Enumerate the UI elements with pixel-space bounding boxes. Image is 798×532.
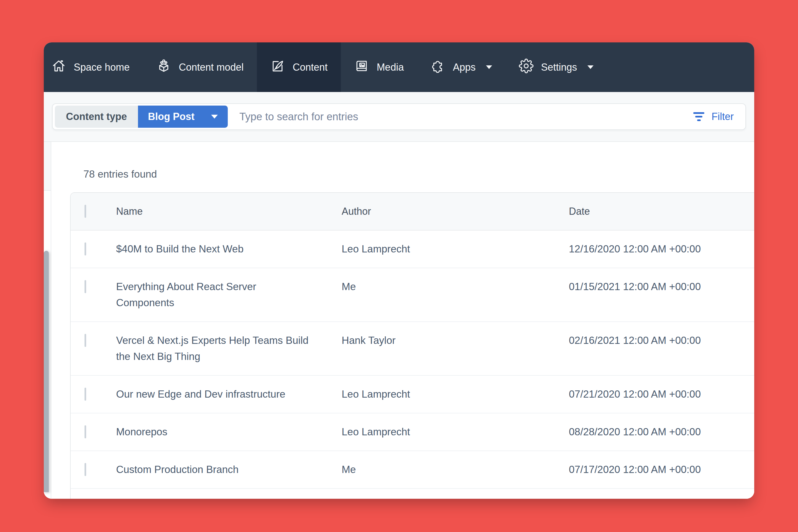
entry-name: Our new Edge and Dev infrastructure bbox=[106, 386, 342, 402]
row-checkbox[interactable] bbox=[84, 280, 86, 293]
nav-item-space-home[interactable]: Space home bbox=[44, 42, 143, 92]
media-folder-icon bbox=[354, 58, 369, 76]
nav-item-label: Content model bbox=[179, 61, 244, 73]
chevron-down-icon bbox=[486, 65, 492, 69]
entry-date: 01/15/2021 12:00 AM +00:00 bbox=[569, 279, 754, 311]
nav-item-content[interactable]: Content bbox=[257, 42, 341, 92]
nav-item-media[interactable]: Media bbox=[341, 42, 417, 92]
content-area: 78 entries found Name Author Date $40M t… bbox=[44, 142, 754, 499]
nav-item-settings[interactable]: Settings bbox=[506, 42, 607, 92]
desktop-background: { "colors": { "background": "#f0524d", "… bbox=[0, 0, 798, 532]
entry-date: 12/16/2020 12:00 AM +00:00 bbox=[569, 241, 754, 257]
column-header-name: Name bbox=[106, 203, 342, 220]
entry-author: Me bbox=[342, 279, 569, 311]
entry-name: Custom Production Branch bbox=[106, 462, 342, 478]
entries-count: 78 entries found bbox=[83, 166, 754, 182]
gear-icon bbox=[519, 58, 534, 76]
chevron-down-icon bbox=[587, 65, 593, 69]
chevron-down-icon bbox=[211, 115, 218, 119]
search-band: Content type Blog Post Filter bbox=[44, 92, 754, 142]
table-row[interactable]: Custom Production Branch Me 07/17/2020 1… bbox=[71, 451, 754, 489]
entry-date: 07/17/2020 12:00 AM +00:00 bbox=[569, 462, 754, 478]
row-checkbox[interactable] bbox=[84, 388, 86, 401]
app-window: Space home Content model bbox=[44, 42, 754, 499]
table-row[interactable]: Our new Edge and Dev infrastructure Leo … bbox=[71, 376, 754, 413]
content-type-value: Blog Post bbox=[148, 111, 194, 122]
nav-item-label: Apps bbox=[453, 61, 475, 73]
column-header-date: Date bbox=[569, 203, 754, 220]
content-type-dropdown[interactable]: Blog Post bbox=[138, 106, 228, 128]
content-type-label: Content type bbox=[55, 106, 138, 128]
entry-author: Me bbox=[342, 462, 569, 478]
content-type-selector: Content type Blog Post bbox=[55, 106, 228, 128]
compose-icon bbox=[270, 58, 285, 76]
entry-author: Leo Lamprecht bbox=[342, 386, 569, 402]
entry-author: Hank Taylor bbox=[342, 332, 569, 365]
puzzle-icon bbox=[430, 58, 445, 76]
nav-item-label: Space home bbox=[74, 61, 130, 73]
column-header-author: Author bbox=[342, 203, 569, 220]
row-checkbox[interactable] bbox=[84, 334, 86, 347]
home-icon bbox=[51, 58, 66, 76]
row-checkbox[interactable] bbox=[84, 425, 86, 438]
entry-date: 02/16/2021 12:00 AM +00:00 bbox=[569, 332, 754, 365]
entry-search-bar: Content type Blog Post Filter bbox=[52, 103, 746, 130]
filter-icon bbox=[693, 112, 704, 121]
entry-name: Vercel & Next.js Experts Help Teams Buil… bbox=[106, 332, 342, 365]
background-sheet-edge bbox=[44, 251, 49, 492]
top-navbar: Space home Content model bbox=[44, 42, 754, 92]
search-input[interactable] bbox=[240, 111, 684, 123]
entry-name: Monorepos bbox=[106, 424, 342, 440]
table-row[interactable]: Monorepos Leo Lamprecht 08/28/2020 12:00… bbox=[71, 413, 754, 451]
entry-name: Everything About React Server Components bbox=[106, 279, 342, 311]
partial-next-row bbox=[71, 489, 754, 499]
nav-item-label: Media bbox=[377, 61, 404, 73]
filter-button[interactable]: Filter bbox=[684, 111, 743, 122]
row-checkbox[interactable] bbox=[84, 463, 86, 476]
entry-author: Leo Lamprecht bbox=[342, 241, 569, 257]
entry-date: 08/28/2020 12:00 AM +00:00 bbox=[569, 424, 754, 440]
nav-item-label: Content bbox=[292, 61, 327, 73]
entry-date: 07/21/2020 12:00 AM +00:00 bbox=[569, 386, 754, 402]
row-checkbox[interactable] bbox=[84, 243, 86, 255]
select-all-checkbox[interactable] bbox=[84, 205, 86, 218]
table-row[interactable]: $40M to Build the Next Web Leo Lamprecht… bbox=[71, 230, 754, 268]
entries-table: Name Author Date $40M to Build the Next … bbox=[70, 192, 754, 499]
entries-view: 78 entries found Name Author Date $40M t… bbox=[51, 142, 754, 499]
content-model-icon bbox=[156, 58, 171, 76]
table-header-row: Name Author Date bbox=[71, 193, 754, 230]
stacked-sheets-rail bbox=[44, 142, 51, 499]
nav-item-label: Settings bbox=[541, 61, 577, 73]
table-row[interactable]: Everything About React Server Components… bbox=[71, 268, 754, 322]
table-row[interactable]: Vercel & Next.js Experts Help Teams Buil… bbox=[71, 322, 754, 376]
filter-label: Filter bbox=[711, 111, 734, 122]
nav-item-apps[interactable]: Apps bbox=[417, 42, 505, 92]
entry-name: $40M to Build the Next Web bbox=[106, 241, 342, 257]
nav-item-content-model[interactable]: Content model bbox=[143, 42, 257, 92]
entry-author: Leo Lamprecht bbox=[342, 424, 569, 440]
rail-top-segment bbox=[44, 142, 51, 191]
